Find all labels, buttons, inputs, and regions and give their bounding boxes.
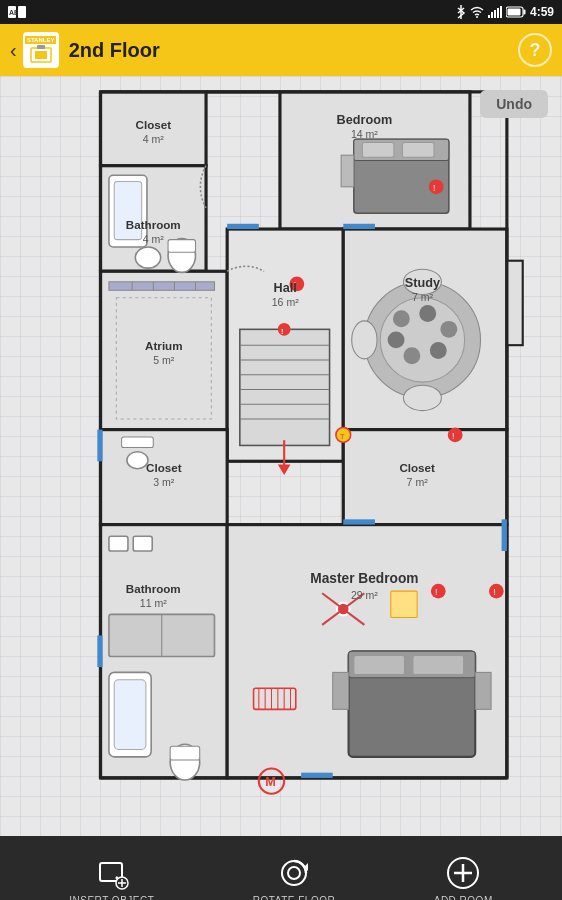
svg-text:5 m²: 5 m² — [153, 354, 175, 366]
svg-text:7 m²: 7 m² — [407, 476, 429, 488]
status-right-icons: 4:59 — [456, 5, 554, 19]
svg-text:AB: AB — [9, 9, 19, 16]
svg-text:16 m²: 16 m² — [272, 296, 299, 308]
svg-text:3 m²: 3 m² — [153, 476, 175, 488]
svg-rect-15 — [37, 45, 45, 49]
insert-object-button[interactable]: INSERT OBJECT — [69, 855, 154, 901]
svg-rect-72 — [109, 536, 128, 551]
svg-rect-62 — [168, 240, 195, 253]
svg-point-54 — [403, 347, 420, 364]
svg-rect-45 — [362, 143, 394, 158]
svg-point-100 — [489, 584, 504, 599]
svg-rect-8 — [497, 8, 499, 18]
add-room-icon — [445, 855, 481, 891]
time-display: 4:59 — [530, 5, 554, 19]
svg-rect-102 — [227, 224, 259, 229]
svg-rect-103 — [343, 224, 375, 229]
svg-rect-105 — [97, 635, 102, 667]
svg-text:M: M — [265, 775, 276, 789]
svg-point-98 — [431, 584, 446, 599]
svg-point-63 — [135, 247, 160, 268]
svg-point-51 — [419, 305, 436, 322]
svg-rect-6 — [491, 12, 493, 18]
svg-text:29 m²: 29 m² — [351, 589, 378, 601]
svg-rect-77 — [170, 746, 200, 760]
svg-point-70 — [127, 452, 148, 469]
svg-point-41 — [278, 323, 291, 336]
svg-text:!: ! — [493, 587, 495, 597]
svg-text:Bathroom: Bathroom — [126, 218, 181, 231]
rotate-floor-icon — [276, 855, 312, 891]
svg-rect-82 — [354, 656, 405, 675]
svg-rect-7 — [494, 10, 496, 18]
wifi-icon — [470, 6, 484, 18]
floor-plan-svg: ! — [0, 76, 562, 836]
ab-icon: AB — [8, 6, 26, 18]
svg-rect-22 — [507, 261, 523, 345]
svg-text:Study: Study — [405, 276, 440, 290]
svg-rect-14 — [35, 51, 47, 59]
app-logo: STANLEY — [23, 32, 59, 68]
svg-point-50 — [393, 310, 410, 327]
svg-text:Atrium: Atrium — [145, 339, 182, 352]
svg-text:Bathroom: Bathroom — [126, 582, 181, 595]
svg-text:!: ! — [435, 587, 437, 597]
svg-text:7 m²: 7 m² — [412, 291, 434, 303]
svg-point-58 — [352, 321, 377, 359]
svg-text:Master Bedroom: Master Bedroom — [310, 571, 418, 586]
svg-point-52 — [440, 321, 457, 338]
status-bar: AB 4:59 — [0, 0, 562, 24]
insert-object-label: INSERT OBJECT — [69, 895, 154, 901]
svg-rect-107 — [502, 519, 507, 551]
svg-rect-85 — [475, 672, 491, 709]
svg-point-57 — [403, 385, 441, 410]
svg-rect-71 — [122, 437, 154, 448]
svg-marker-40 — [278, 464, 291, 475]
svg-text:T: T — [340, 432, 345, 441]
status-left-icons: AB — [8, 6, 26, 18]
svg-point-55 — [388, 331, 405, 348]
svg-text:Closet: Closet — [136, 118, 172, 131]
svg-rect-89 — [391, 591, 417, 617]
add-room-button[interactable]: ADD ROOM — [434, 855, 493, 901]
svg-text:Hall: Hall — [274, 281, 297, 295]
svg-rect-47 — [341, 155, 354, 187]
svg-text:14 m²: 14 m² — [351, 128, 378, 140]
insert-object-icon — [94, 855, 130, 891]
svg-rect-108 — [301, 773, 333, 778]
svg-rect-12 — [507, 9, 520, 16]
svg-rect-75 — [114, 680, 146, 750]
svg-point-4 — [476, 16, 478, 18]
svg-rect-84 — [333, 672, 349, 709]
floor-title: 2nd Floor — [69, 39, 518, 62]
back-arrow[interactable]: ‹ — [10, 39, 17, 62]
top-bar: ‹ STANLEY 2nd Floor ? — [0, 24, 562, 76]
svg-text:Bedroom: Bedroom — [337, 113, 393, 127]
rotate-floor-label: ROTATE FLOOR — [253, 895, 335, 901]
bluetooth-icon — [456, 5, 466, 19]
svg-point-144 — [288, 867, 300, 879]
bottom-toolbar: INSERT OBJECT ROTATE FLOOR ADD ROOM — [0, 836, 562, 900]
rotate-floor-button[interactable]: ROTATE FLOOR — [253, 855, 335, 901]
svg-rect-104 — [97, 430, 102, 462]
battery-icon — [506, 6, 526, 18]
svg-point-94 — [448, 428, 463, 443]
main-area: Undo — [0, 76, 562, 836]
help-button[interactable]: ? — [518, 33, 552, 67]
svg-rect-106 — [343, 519, 375, 524]
svg-rect-64 — [109, 282, 215, 290]
svg-text:!: ! — [452, 431, 454, 441]
svg-text:11 m²: 11 m² — [140, 597, 167, 609]
svg-rect-32 — [240, 329, 330, 445]
svg-rect-11 — [523, 10, 525, 15]
undo-button[interactable]: Undo — [480, 90, 548, 118]
svg-text:Closet: Closet — [146, 461, 182, 474]
svg-rect-83 — [413, 656, 464, 675]
svg-text:!: ! — [281, 327, 283, 336]
svg-rect-73 — [133, 536, 152, 551]
svg-point-53 — [430, 342, 447, 359]
svg-rect-9 — [500, 6, 502, 18]
svg-rect-46 — [402, 143, 434, 158]
svg-rect-2 — [18, 6, 26, 18]
svg-text:4 m²: 4 m² — [143, 233, 165, 245]
